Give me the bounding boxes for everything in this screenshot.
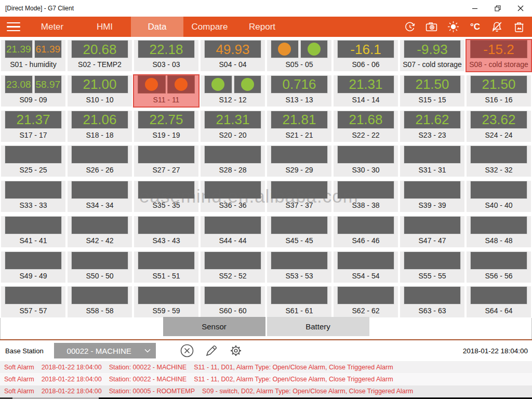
sensor-tile-s46[interactable]: S46 - 46	[334, 216, 398, 247]
sensor-value: 23.62	[482, 113, 515, 126]
value-box	[71, 286, 128, 304]
alarm-row[interactable]: Soft Alarm 2018-01-22 18:04:00 Station: …	[0, 385, 532, 397]
history-icon[interactable]	[403, 20, 417, 34]
tab-compare[interactable]: Compare	[183, 17, 236, 37]
sensor-tile-s41[interactable]: S41 - 41	[1, 216, 65, 247]
sensor-tile-s60[interactable]: S60 - 60	[201, 286, 265, 317]
sensor-tile-s08[interactable]: -15.2S08 - cold storage	[467, 40, 531, 71]
sensor-grid: 21.3961.39S01 - humidity20.68S02 - TEMP2…	[0, 37, 532, 318]
sensor-tile-s04[interactable]: 49.93S04 - 04	[201, 40, 265, 71]
tile-label: S59 - 59	[134, 304, 198, 317]
sensor-tile-s14[interactable]: 21.31S14 - 14	[334, 75, 398, 107]
tab-data[interactable]: Data	[131, 17, 183, 37]
sensor-tile-s49[interactable]: S49 - 49	[1, 251, 65, 283]
sensor-tile-s62[interactable]: S62 - 62	[334, 286, 398, 317]
battery-mode-button[interactable]: Battery	[267, 317, 369, 336]
sensor-tile-s19[interactable]: 22.75S19 - 19	[134, 111, 198, 142]
sensor-tile-s17[interactable]: 21.37S17 - 17	[1, 111, 65, 142]
value-box	[470, 216, 527, 234]
sensor-tile-s37[interactable]: S37 - 37	[267, 181, 331, 212]
sensor-tile-s47[interactable]: S47 - 47	[400, 216, 464, 247]
value-box: -15.2	[470, 40, 527, 58]
sensor-tile-s02[interactable]: 20.68S02 - TEMP2	[68, 40, 132, 71]
sensor-tile-s09[interactable]: 23.0858.97S09 - 09	[1, 75, 65, 107]
brightness-icon[interactable]	[446, 20, 460, 34]
cancel-icon[interactable]	[179, 343, 195, 358]
sensor-tile-s29[interactable]: S29 - 29	[267, 145, 331, 177]
sensor-tile-s53[interactable]: S53 - 53	[267, 251, 331, 283]
sensor-tile-s10[interactable]: 21.00S10 - 10	[68, 75, 132, 107]
sensor-value: 61.39	[35, 44, 60, 54]
sensor-tile-s27[interactable]: S27 - 27	[134, 145, 198, 177]
sensor-tile-s59[interactable]: S59 - 59	[134, 286, 198, 317]
sensor-tile-s48[interactable]: S48 - 48	[467, 216, 531, 247]
sensor-tile-s24[interactable]: 23.62S24 - 24	[467, 111, 531, 142]
celsius-unit-icon[interactable]: °C	[468, 20, 482, 34]
sensor-tile-s32[interactable]: S32 - 32	[467, 145, 531, 177]
sensor-tile-s55[interactable]: S55 - 55	[400, 251, 464, 283]
alarm-row[interactable]: Soft Alarm 2018-01-22 18:04:00 Station: …	[0, 373, 532, 385]
menu-icon[interactable]	[0, 17, 26, 37]
sensor-tile-s01[interactable]: 21.3961.39S01 - humidity	[1, 40, 65, 71]
sensor-tile-s36[interactable]: S36 - 36	[201, 181, 265, 212]
sensor-tile-s12[interactable]: S12 - 12	[201, 75, 265, 107]
sensor-tile-s28[interactable]: S28 - 28	[201, 145, 265, 177]
sensor-tile-s05[interactable]: S05 - 05	[267, 40, 331, 71]
sensor-tile-s61[interactable]: S61 - 61	[267, 286, 331, 317]
sensor-tile-s43[interactable]: S43 - 43	[134, 216, 198, 247]
sensor-tile-s34[interactable]: S34 - 34	[68, 181, 132, 212]
sensor-tile-s13[interactable]: 0.716S13 - 13	[267, 75, 331, 107]
tab-meter[interactable]: Meter	[26, 17, 78, 37]
sensor-tile-s45[interactable]: S45 - 45	[267, 216, 331, 247]
sensor-tile-s22[interactable]: 21.68S22 - 22	[334, 111, 398, 142]
sensor-tile-s51[interactable]: S51 - 51	[134, 251, 198, 283]
sensor-tile-s57[interactable]: S57 - 57	[1, 286, 65, 317]
clear-images-icon[interactable]	[512, 20, 526, 34]
edit-icon[interactable]	[204, 343, 219, 358]
sensor-tile-s31[interactable]: S31 - 31	[400, 145, 464, 177]
sensor-tile-s30[interactable]: S30 - 30	[334, 145, 398, 177]
sensor-tile-s25[interactable]: S25 - 25	[1, 145, 65, 177]
sensor-tile-s40[interactable]: S40 - 40	[467, 181, 531, 212]
sensor-tile-s11[interactable]: S11 - 11	[134, 75, 198, 107]
tab-hmi[interactable]: HMI	[78, 17, 131, 37]
value-box: -9.93	[404, 40, 461, 58]
maximize-button[interactable]	[486, 0, 509, 17]
sensor-tile-s23[interactable]: 21.62S23 - 23	[400, 111, 464, 142]
sensor-tile-s52[interactable]: S52 - 52	[201, 251, 265, 283]
sensor-tile-s15[interactable]: 21.50S15 - 15	[400, 75, 464, 107]
title-bar: [Direct Mode] - G7 Client	[0, 0, 532, 17]
sensor-mode-button[interactable]: Sensor	[163, 317, 265, 336]
alarm-row[interactable]: Soft Alarm 2018-01-22 18:04:00 Station: …	[0, 361, 532, 373]
sensor-tile-s33[interactable]: S33 - 33	[1, 181, 65, 212]
minimize-button[interactable]	[463, 0, 486, 17]
sensor-value: 21.37	[16, 113, 50, 126]
sensor-tile-s44[interactable]: S44 - 44	[201, 216, 265, 247]
mute-alerts-icon[interactable]	[490, 20, 504, 34]
sensor-tile-s16[interactable]: 21.50S16 - 16	[467, 75, 531, 107]
sensor-tile-s63[interactable]: S63 - 63	[400, 286, 464, 317]
base-station-dropdown[interactable]: 00022 - MACHINE	[54, 343, 156, 358]
sensor-tile-s64[interactable]: S64 - 64	[467, 286, 531, 317]
sensor-tile-s56[interactable]: S56 - 56	[467, 251, 531, 283]
sensor-tile-s06[interactable]: -16.1S06 - 06	[334, 40, 398, 71]
sensor-tile-s50[interactable]: S50 - 50	[68, 251, 132, 283]
sensor-tile-s42[interactable]: S42 - 42	[68, 216, 132, 247]
sensor-tile-s20[interactable]: 21.31S20 - 20	[201, 111, 265, 142]
settings-icon[interactable]	[228, 343, 244, 358]
sensor-tile-s35[interactable]: S35 - 35	[134, 181, 198, 212]
tile-label: S17 - 17	[1, 129, 65, 142]
sensor-tile-s18[interactable]: 21.06S18 - 18	[68, 111, 132, 142]
tab-report[interactable]: Report	[236, 17, 288, 37]
camera-icon[interactable]	[424, 20, 438, 34]
value-box	[470, 251, 527, 270]
sensor-tile-s58[interactable]: S58 - 58	[68, 286, 132, 317]
sensor-tile-s38[interactable]: S38 - 38	[334, 181, 398, 212]
sensor-tile-s39[interactable]: S39 - 39	[400, 181, 464, 212]
close-button[interactable]	[509, 0, 532, 17]
sensor-tile-s26[interactable]: S26 - 26	[68, 145, 132, 177]
sensor-tile-s54[interactable]: S54 - 54	[334, 251, 398, 283]
sensor-tile-s21[interactable]: 21.81S21 - 21	[267, 111, 331, 142]
sensor-tile-s03[interactable]: 22.18S03 - 03	[134, 40, 198, 71]
sensor-tile-s07[interactable]: -9.93S07 - cold storage	[400, 40, 464, 71]
